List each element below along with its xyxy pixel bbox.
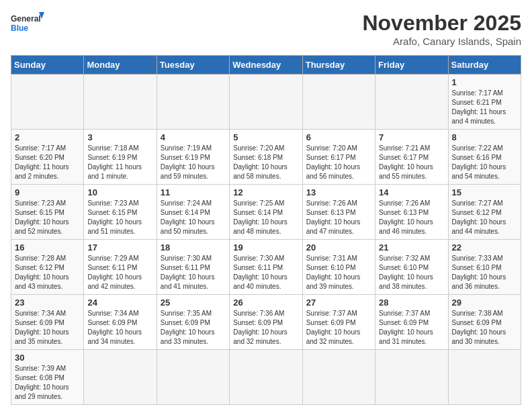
day-info: Sunrise: 7:24 AM Sunset: 6:14 PM Dayligh… xyxy=(161,199,226,236)
week-row-5: 23Sunrise: 7:34 AM Sunset: 6:09 PM Dayli… xyxy=(11,295,521,350)
calendar-table: SundayMondayTuesdayWednesdayThursdayFrid… xyxy=(11,55,521,405)
day-info: Sunrise: 7:23 AM Sunset: 6:15 PM Dayligh… xyxy=(87,199,152,236)
calendar-cell xyxy=(157,350,229,405)
day-info: Sunrise: 7:37 AM Sunset: 6:09 PM Dayligh… xyxy=(306,309,371,347)
day-info: Sunrise: 7:38 AM Sunset: 6:09 PM Dayligh… xyxy=(452,309,517,347)
page-header: General Blue November 2025 Arafo, Canary… xyxy=(11,11,521,47)
day-info: Sunrise: 7:25 AM Sunset: 6:14 PM Dayligh… xyxy=(233,199,298,236)
day-info: Sunrise: 7:30 AM Sunset: 6:11 PM Dayligh… xyxy=(161,254,226,291)
calendar-cell: 25Sunrise: 7:35 AM Sunset: 6:09 PM Dayli… xyxy=(157,295,229,350)
week-row-6: 30Sunrise: 7:39 AM Sunset: 6:08 PM Dayli… xyxy=(11,350,521,405)
day-number: 2 xyxy=(15,132,80,142)
calendar-cell: 13Sunrise: 7:26 AM Sunset: 6:13 PM Dayli… xyxy=(302,185,375,240)
calendar-cell: 29Sunrise: 7:38 AM Sunset: 6:09 PM Dayli… xyxy=(448,295,521,350)
day-info: Sunrise: 7:17 AM Sunset: 6:20 PM Dayligh… xyxy=(15,144,80,181)
day-number: 15 xyxy=(452,187,517,197)
day-info: Sunrise: 7:32 AM Sunset: 6:10 PM Dayligh… xyxy=(379,254,444,291)
calendar-cell xyxy=(448,350,521,405)
day-info: Sunrise: 7:30 AM Sunset: 6:11 PM Dayligh… xyxy=(233,254,298,291)
calendar-cell: 11Sunrise: 7:24 AM Sunset: 6:14 PM Dayli… xyxy=(157,185,229,240)
calendar-cell: 26Sunrise: 7:36 AM Sunset: 6:09 PM Dayli… xyxy=(230,295,302,350)
header-friday: Friday xyxy=(375,56,448,75)
week-row-4: 16Sunrise: 7:28 AM Sunset: 6:12 PM Dayli… xyxy=(11,240,521,295)
week-row-2: 2Sunrise: 7:17 AM Sunset: 6:20 PM Daylig… xyxy=(11,130,521,185)
day-number: 3 xyxy=(87,132,152,142)
day-number: 30 xyxy=(15,353,80,363)
calendar-cell xyxy=(84,350,157,405)
day-number: 6 xyxy=(306,132,371,142)
day-number: 29 xyxy=(452,298,517,308)
calendar-cell xyxy=(157,75,229,130)
location-title: Arafo, Canary Islands, Spain xyxy=(362,36,521,47)
day-info: Sunrise: 7:22 AM Sunset: 6:16 PM Dayligh… xyxy=(452,144,517,181)
day-info: Sunrise: 7:34 AM Sunset: 6:09 PM Dayligh… xyxy=(87,309,152,347)
header-thursday: Thursday xyxy=(302,56,375,75)
title-area: November 2025 Arafo, Canary Islands, Spa… xyxy=(362,11,521,47)
calendar-cell xyxy=(302,75,375,130)
calendar-cell xyxy=(302,350,375,405)
day-number: 8 xyxy=(452,132,517,142)
header-saturday: Saturday xyxy=(448,56,521,75)
day-number: 9 xyxy=(15,187,80,197)
calendar-cell xyxy=(230,350,302,405)
day-info: Sunrise: 7:26 AM Sunset: 6:13 PM Dayligh… xyxy=(379,199,444,236)
day-info: Sunrise: 7:26 AM Sunset: 6:13 PM Dayligh… xyxy=(306,199,371,236)
calendar-cell: 16Sunrise: 7:28 AM Sunset: 6:12 PM Dayli… xyxy=(11,240,84,295)
day-number: 20 xyxy=(306,242,371,253)
calendar-cell: 5Sunrise: 7:20 AM Sunset: 6:18 PM Daylig… xyxy=(230,130,302,185)
calendar-cell: 12Sunrise: 7:25 AM Sunset: 6:14 PM Dayli… xyxy=(230,185,302,240)
day-info: Sunrise: 7:20 AM Sunset: 6:17 PM Dayligh… xyxy=(306,144,371,181)
day-number: 18 xyxy=(161,242,226,253)
calendar-cell: 22Sunrise: 7:33 AM Sunset: 6:10 PM Dayli… xyxy=(448,240,521,295)
day-number: 21 xyxy=(379,242,444,253)
day-number: 24 xyxy=(87,298,152,308)
calendar-cell: 24Sunrise: 7:34 AM Sunset: 6:09 PM Dayli… xyxy=(84,295,157,350)
calendar-cell: 6Sunrise: 7:20 AM Sunset: 6:17 PM Daylig… xyxy=(302,130,375,185)
day-info: Sunrise: 7:20 AM Sunset: 6:18 PM Dayligh… xyxy=(233,144,298,181)
calendar-cell: 28Sunrise: 7:37 AM Sunset: 6:09 PM Dayli… xyxy=(375,295,448,350)
day-number: 28 xyxy=(379,298,444,308)
day-number: 11 xyxy=(161,187,226,197)
calendar-cell: 1Sunrise: 7:17 AM Sunset: 6:21 PM Daylig… xyxy=(448,75,521,130)
day-number: 25 xyxy=(161,298,226,308)
calendar-cell: 27Sunrise: 7:37 AM Sunset: 6:09 PM Dayli… xyxy=(302,295,375,350)
calendar-header-row: SundayMondayTuesdayWednesdayThursdayFrid… xyxy=(11,56,521,75)
calendar-cell xyxy=(84,75,157,130)
day-info: Sunrise: 7:35 AM Sunset: 6:09 PM Dayligh… xyxy=(161,309,226,347)
day-info: Sunrise: 7:21 AM Sunset: 6:17 PM Dayligh… xyxy=(379,144,444,181)
calendar-cell xyxy=(230,75,302,130)
day-info: Sunrise: 7:37 AM Sunset: 6:09 PM Dayligh… xyxy=(379,309,444,347)
calendar-cell: 8Sunrise: 7:22 AM Sunset: 6:16 PM Daylig… xyxy=(448,130,521,185)
day-info: Sunrise: 7:33 AM Sunset: 6:10 PM Dayligh… xyxy=(452,254,517,291)
day-number: 27 xyxy=(306,298,371,308)
calendar-cell: 18Sunrise: 7:30 AM Sunset: 6:11 PM Dayli… xyxy=(157,240,229,295)
day-info: Sunrise: 7:28 AM Sunset: 6:12 PM Dayligh… xyxy=(15,254,80,291)
calendar-cell: 10Sunrise: 7:23 AM Sunset: 6:15 PM Dayli… xyxy=(84,185,157,240)
day-number: 7 xyxy=(379,132,444,142)
logo: General Blue xyxy=(11,11,44,38)
day-number: 12 xyxy=(233,187,298,197)
day-number: 4 xyxy=(161,132,226,142)
day-number: 1 xyxy=(452,77,517,87)
week-row-3: 9Sunrise: 7:23 AM Sunset: 6:15 PM Daylig… xyxy=(11,185,521,240)
day-info: Sunrise: 7:27 AM Sunset: 6:12 PM Dayligh… xyxy=(452,199,517,236)
day-number: 14 xyxy=(379,187,444,197)
day-number: 19 xyxy=(233,242,298,253)
header-wednesday: Wednesday xyxy=(230,56,302,75)
calendar-cell: 15Sunrise: 7:27 AM Sunset: 6:12 PM Dayli… xyxy=(448,185,521,240)
day-info: Sunrise: 7:23 AM Sunset: 6:15 PM Dayligh… xyxy=(15,199,80,236)
day-info: Sunrise: 7:34 AM Sunset: 6:09 PM Dayligh… xyxy=(15,309,80,347)
calendar-cell: 20Sunrise: 7:31 AM Sunset: 6:10 PM Dayli… xyxy=(302,240,375,295)
calendar-cell: 3Sunrise: 7:18 AM Sunset: 6:19 PM Daylig… xyxy=(84,130,157,185)
calendar-cell: 14Sunrise: 7:26 AM Sunset: 6:13 PM Dayli… xyxy=(375,185,448,240)
header-sunday: Sunday xyxy=(11,56,84,75)
logo-svg: General Blue xyxy=(11,11,44,38)
calendar-cell: 30Sunrise: 7:39 AM Sunset: 6:08 PM Dayli… xyxy=(11,350,84,405)
calendar-cell: 2Sunrise: 7:17 AM Sunset: 6:20 PM Daylig… xyxy=(11,130,84,185)
calendar-cell: 17Sunrise: 7:29 AM Sunset: 6:11 PM Dayli… xyxy=(84,240,157,295)
day-number: 16 xyxy=(15,242,80,253)
calendar-cell xyxy=(375,75,448,130)
day-info: Sunrise: 7:31 AM Sunset: 6:10 PM Dayligh… xyxy=(306,254,371,291)
calendar-cell: 4Sunrise: 7:19 AM Sunset: 6:19 PM Daylig… xyxy=(157,130,229,185)
day-info: Sunrise: 7:19 AM Sunset: 6:19 PM Dayligh… xyxy=(161,144,226,181)
